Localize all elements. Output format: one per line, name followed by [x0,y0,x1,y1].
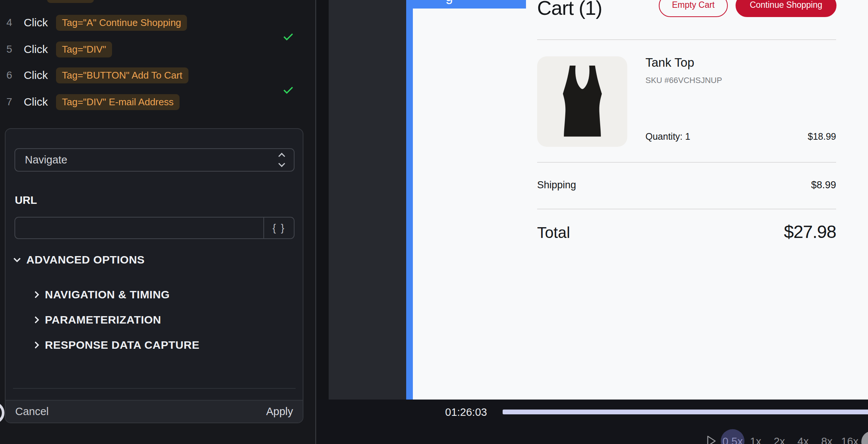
action-type-value: Navigate [25,154,67,166]
total-price: $27.98 [537,222,836,242]
tank-top-image [547,63,618,140]
step-number: 5 [0,43,19,55]
url-input-group: { } [14,217,295,239]
advanced-options-toggle[interactable]: ADVANCED OPTIONS [14,254,145,266]
chevron-down-icon [13,255,21,262]
speed-option-8x[interactable]: 8x [821,435,833,444]
speed-option-1x[interactable]: 1x [750,435,762,444]
step-passed-check-icon [283,31,293,40]
player-settings-button[interactable] [861,431,868,444]
section-navigation-timing[interactable]: NAVIGATION & TIMING [33,288,170,301]
step-row-5[interactable]: 5 Click Tag="DIV" [0,41,315,58]
continue-shopping-label: Continue Shopping [750,0,822,10]
section-label: RESPONSE DATA CAPTURE [45,339,200,351]
blue-header-remnant: g [413,0,526,9]
step-row-4[interactable]: 4 Click Tag="A" Continue Shopping [0,14,315,31]
highlight-bar [406,0,413,400]
step-number: 4 [0,17,19,29]
step-action-label: Click [24,69,48,82]
video-letterbox [317,0,329,400]
play-icon [706,435,717,444]
divider [537,162,836,163]
step-number: 7 [0,96,19,108]
cancel-button[interactable]: Cancel [15,405,49,418]
action-type-select[interactable]: Navigate [14,148,295,172]
divider [537,209,836,209]
chevron-right-icon [32,341,39,349]
empty-cart-label: Empty Cart [672,0,714,10]
section-response-data-capture[interactable]: RESPONSE DATA CAPTURE [33,339,200,351]
step-action-label: Click [24,96,48,108]
shipping-price: $8.99 [537,179,836,191]
apply-button[interactable]: Apply [266,405,293,418]
test-steps-sidebar: 4 Click Tag="A" Continue Shopping 5 Clic… [0,0,316,444]
step-row-7[interactable]: 7 Click Tag="DIV" E-mail Address [0,93,315,110]
divider [537,39,836,40]
video-frame-background [329,0,406,400]
playback-timestamp: 01:26:03 [445,406,487,418]
cart-page-preview: g Cart (1) Empty Cart Continue Shopping … [413,0,868,400]
speed-option-16x[interactable]: 16x [841,435,859,444]
product-price: $18.99 [537,131,836,142]
collapse-handle[interactable] [0,402,4,424]
step-target-badge[interactable]: Tag="A" Continue Shopping [56,15,187,31]
play-button[interactable] [706,435,717,444]
insert-variable-button[interactable]: { } [263,218,294,238]
cart-page-title: Cart (1) [537,0,602,19]
speed-option-4x[interactable]: 4x [798,435,809,444]
step-target-badge[interactable]: Tag="DIV" [56,42,112,57]
empty-cart-button[interactable]: Empty Cart [659,0,728,17]
url-field-label: URL [15,194,37,206]
step-passed-check-icon [283,84,293,94]
section-label: PARAMETERIZATION [45,314,161,326]
step-target-badge-partial [47,0,94,3]
partial-text: g [445,0,453,4]
select-updown-icon [279,154,284,166]
section-parameterization[interactable]: PARAMETERIZATION [33,314,161,326]
advanced-options-label: ADVANCED OPTIONS [26,254,145,266]
playback-bar: 01:26:03 0.5x 1x 2x 4x 8x 16x [317,400,868,444]
step-target-badge[interactable]: Tag="DIV" E-mail Address [56,94,180,110]
panel-divider [13,388,296,389]
product-name: Tank Top [645,56,694,70]
speed-option-2x[interactable]: 2x [774,435,785,444]
step-action-label: Click [24,43,48,56]
step-editor-panel: Navigate URL { } ADVANCED OPTIONS NAVIGA… [5,128,303,423]
continue-shopping-button[interactable]: Continue Shopping [736,0,836,17]
braces-icon: { } [273,222,286,234]
playback-progress-bar[interactable] [503,410,868,414]
url-input[interactable] [15,218,263,238]
step-target-badge[interactable]: Tag="BUTTON" Add To Cart [56,67,188,83]
section-label: NAVIGATION & TIMING [45,288,170,301]
step-action-label: Click [24,16,48,29]
chevron-right-icon [32,316,39,324]
product-sku: SKU #66VCHSJNUP [645,76,722,85]
chevron-right-icon [32,291,39,298]
step-row-6[interactable]: 6 Click Tag="BUTTON" Add To Cart [0,67,315,84]
step-number: 6 [0,69,19,81]
panel-footer: Cancel Apply [6,400,303,423]
app-root: 4 Click Tag="A" Continue Shopping 5 Clic… [0,0,868,444]
speed-option-05x[interactable]: 0.5x [723,435,743,444]
